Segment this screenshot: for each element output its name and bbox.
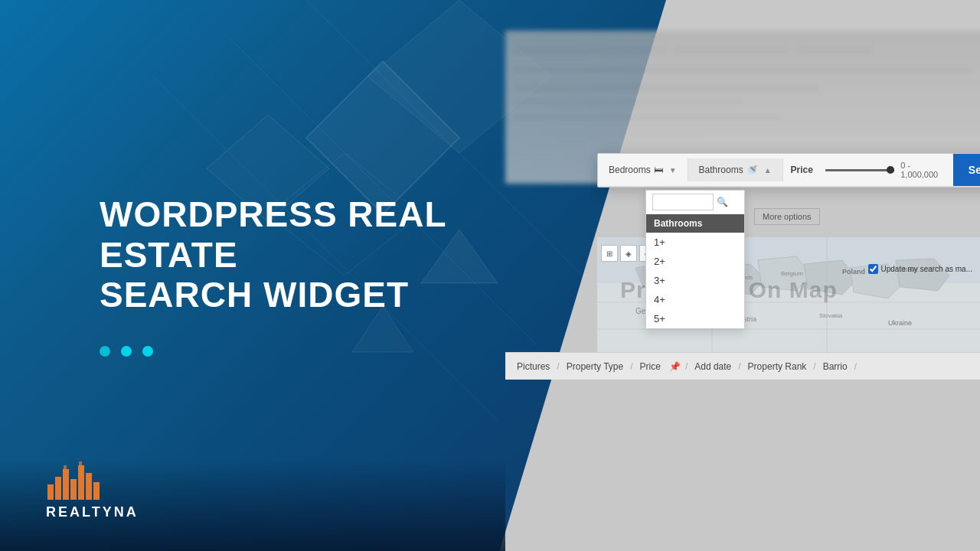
svg-rect-11 <box>63 469 69 500</box>
more-options-button[interactable]: More options <box>754 208 820 225</box>
svg-rect-16 <box>64 465 67 469</box>
map-update-search-checkbox[interactable]: Update my search as ma... <box>868 264 973 274</box>
svg-rect-21 <box>513 69 972 71</box>
svg-rect-15 <box>93 482 100 500</box>
logo-text: REALTYNA <box>46 504 139 520</box>
sort-property-type-label: Property Type <box>567 361 623 372</box>
dropdown-option-4plus[interactable]: 4+ <box>646 290 744 309</box>
price-slider-thumb[interactable] <box>887 166 894 174</box>
search-filter-bar: Bedrooms 🛏 ▼ Bathrooms 🚿 ▲ Price 0 - 1,0… <box>597 153 980 187</box>
sort-pictures[interactable]: Pictures <box>513 361 554 372</box>
sort-property-type[interactable]: Property Type <box>563 361 627 372</box>
sort-property-rank[interactable]: Property Rank <box>744 361 811 372</box>
svg-text:Slovakia: Slovakia <box>819 312 843 319</box>
bathrooms-label: Bathrooms <box>699 165 743 175</box>
sort-add-date[interactable]: Add date <box>691 361 735 372</box>
bathrooms-dropdown-arrow: ▲ <box>764 166 772 174</box>
logo-icon <box>46 458 107 500</box>
bedrooms-dropdown-arrow: ▼ <box>669 166 677 174</box>
carousel-dot-1[interactable] <box>100 346 110 357</box>
svg-rect-12 <box>70 479 77 500</box>
filter-row: Bedrooms 🛏 ▼ Bathrooms 🚿 ▲ Price 0 - 1,0… <box>598 154 980 187</box>
dropdown-option-1plus[interactable]: 1+ <box>646 233 744 252</box>
sort-pictures-label: Pictures <box>517 361 550 372</box>
search-button[interactable]: Search › <box>953 154 980 186</box>
divider-4: / <box>738 361 740 372</box>
sort-barrio[interactable]: Barrio <box>819 361 851 372</box>
sort-add-date-label: Add date <box>694 361 731 372</box>
svg-rect-17 <box>79 461 82 465</box>
dropdown-option-2plus[interactable]: 2+ <box>646 252 744 271</box>
svg-text:Poland: Poland <box>842 268 865 276</box>
dropdown-header: Bathrooms <box>646 214 744 233</box>
search-button-label: Search <box>969 164 980 176</box>
svg-rect-10 <box>55 477 61 500</box>
map-update-checkbox-input[interactable] <box>868 264 878 274</box>
bedrooms-filter-button[interactable]: Bedrooms 🛏 ▼ <box>598 158 688 181</box>
realtyna-logo-graphic <box>46 458 107 500</box>
price-slider[interactable] <box>825 169 894 171</box>
sort-price-label: Price <box>640 361 661 372</box>
bathrooms-filter-button[interactable]: Bathrooms 🚿 ▲ <box>688 158 783 181</box>
svg-rect-13 <box>78 465 84 500</box>
price-label: Price <box>791 165 813 175</box>
map-update-label: Update my search as ma... <box>881 265 973 273</box>
sort-barrio-label: Barrio <box>823 361 848 372</box>
divider-5: / <box>813 361 815 372</box>
svg-rect-18 <box>513 46 666 55</box>
dropdown-option-5plus[interactable]: 5+ <box>646 309 744 328</box>
price-range-value: 0 - 1,000,000 <box>900 161 946 179</box>
divider-1: / <box>557 361 559 372</box>
carousel-dot-2[interactable] <box>121 346 132 357</box>
logo: REALTYNA <box>46 458 139 520</box>
sort-price-icon: 📌 <box>669 361 681 372</box>
dropdown-search-input[interactable] <box>652 194 714 210</box>
more-options-label: More options <box>763 212 812 221</box>
sort-bar: Pictures / Property Type / Price 📌 / Add… <box>505 352 980 380</box>
svg-rect-22 <box>513 84 819 92</box>
divider-3: / <box>685 361 688 372</box>
svg-rect-19 <box>674 46 789 55</box>
svg-rect-23 <box>513 99 743 106</box>
hero-title: WORDPRESS REAL ESTATE SEARCH WIDGET <box>100 194 498 316</box>
bedrooms-label: Bedrooms <box>609 165 651 175</box>
bed-icon: 🛏 <box>654 165 663 175</box>
dropdown-search-row: 🔍 <box>646 191 744 214</box>
dropdown-search-icon: 🔍 <box>717 197 728 207</box>
map-tool-satellite[interactable]: ⊞ <box>601 245 618 262</box>
carousel-dots[interactable] <box>100 346 153 357</box>
price-filter-area: Price 0 - 1,000,000 <box>783 155 953 185</box>
svg-rect-24 <box>513 115 781 121</box>
divider-6: / <box>854 361 857 372</box>
sort-price[interactable]: Price <box>636 361 665 372</box>
price-slider-fill <box>825 169 894 171</box>
bath-icon: 🚿 <box>746 165 758 175</box>
dropdown-option-3plus[interactable]: 3+ <box>646 271 744 290</box>
svg-text:Ukraine: Ukraine <box>888 319 912 327</box>
bathrooms-dropdown-panel: 🔍 Bathrooms 1+ 2+ 3+ 4+ 5+ <box>645 190 745 329</box>
svg-rect-9 <box>47 484 54 500</box>
svg-rect-20 <box>796 46 873 55</box>
sort-property-rank-label: Property Rank <box>748 361 807 372</box>
divider-2: / <box>630 361 632 372</box>
map-tool-layers[interactable]: ◈ <box>620 245 637 262</box>
svg-rect-25 <box>513 130 704 135</box>
svg-rect-14 <box>86 473 92 500</box>
carousel-dot-3[interactable] <box>142 346 153 357</box>
